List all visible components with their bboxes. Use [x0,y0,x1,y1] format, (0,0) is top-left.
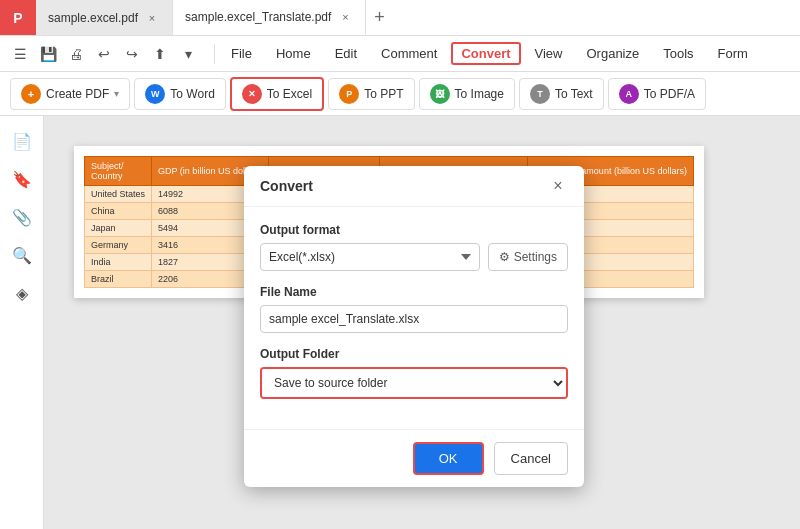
to-text-button[interactable]: T To Text [519,78,604,110]
tab-2-close[interactable]: × [337,9,353,25]
sidebar-icon-page[interactable]: 📄 [7,126,37,156]
to-ppt-icon: P [339,84,359,104]
menu-item-view[interactable]: View [525,42,573,65]
dialog-title: Convert [260,178,313,194]
output-format-select[interactable]: Excel(*.xlsx) CSV(*.csv) [260,243,480,271]
menu-icon-share[interactable]: ⬆ [148,42,172,66]
to-image-icon: 🖼 [430,84,450,104]
tab-1-close[interactable]: × [144,10,160,26]
col-header-0: Subject/Country [85,157,152,186]
file-name-label: File Name [260,285,568,299]
tabs-bar: sample.excel.pdf × sample.excel_Translat… [36,0,800,35]
menu-icon-undo[interactable]: ↩ [92,42,116,66]
toolbar: + Create PDF ▾ W To Word ✕ To Excel P To… [0,72,800,116]
to-text-label: To Text [555,87,593,101]
create-pdf-button[interactable]: + Create PDF ▾ [10,78,130,110]
to-ppt-button[interactable]: P To PPT [328,78,414,110]
dialog-footer: OK Cancel [244,429,584,487]
to-excel-button[interactable]: ✕ To Excel [230,77,324,111]
to-text-icon: T [530,84,550,104]
menu-item-home[interactable]: Home [266,42,321,65]
output-format-row: Excel(*.xlsx) CSV(*.csv) ⚙ Settings [260,243,568,271]
menu-item-tools[interactable]: Tools [653,42,703,65]
output-folder-group: Output Folder Save to source folder [260,347,568,399]
main-area: 📄 🔖 📎 🔍 ◈ Subject/Country GDP (in billio… [0,116,800,529]
cell-5-0: Brazil [85,271,152,288]
output-folder-row: Save to source folder [260,367,568,399]
to-pdfa-icon: A [619,84,639,104]
to-excel-label: To Excel [267,87,312,101]
to-pdfa-button[interactable]: A To PDF/A [608,78,706,110]
to-image-button[interactable]: 🖼 To Image [419,78,515,110]
tab-1-label: sample.excel.pdf [48,11,138,25]
menu-icons: ☰ 💾 🖨 ↩ ↪ ⬆ ▾ [8,42,200,66]
tab-2-label: sample.excel_Translate.pdf [185,10,331,24]
to-excel-icon: ✕ [242,84,262,104]
cell-3-0: Germany [85,237,152,254]
to-image-label: To Image [455,87,504,101]
output-format-group: Output format Excel(*.xlsx) CSV(*.csv) ⚙… [260,223,568,271]
create-pdf-dropdown-icon: ▾ [114,88,119,99]
menu-item-form[interactable]: Form [708,42,758,65]
cell-1-0: China [85,203,152,220]
settings-button[interactable]: ⚙ Settings [488,243,568,271]
file-name-input[interactable] [260,305,568,333]
content-area: Subject/Country GDP (in billion US dolla… [44,116,800,529]
to-word-button[interactable]: W To Word [134,78,225,110]
menu-item-edit[interactable]: Edit [325,42,367,65]
cancel-button[interactable]: Cancel [494,442,568,475]
title-bar: P sample.excel.pdf × sample.excel_Transl… [0,0,800,36]
ok-button[interactable]: OK [413,442,484,475]
menu-item-organize[interactable]: Organize [576,42,649,65]
menu-icon-save[interactable]: 💾 [36,42,60,66]
sidebar-icon-attachment[interactable]: 📎 [7,202,37,232]
settings-label: Settings [514,250,557,264]
file-name-group: File Name [260,285,568,333]
dialog-close-button[interactable]: × [548,176,568,196]
sidebar: 📄 🔖 📎 🔍 ◈ [0,116,44,529]
output-folder-select[interactable]: Save to source folder [262,369,566,397]
tab-1[interactable]: sample.excel.pdf × [36,0,173,35]
menu-item-convert[interactable]: Convert [451,42,520,65]
to-ppt-label: To PPT [364,87,403,101]
menu-icon-more[interactable]: ▾ [176,42,200,66]
output-format-label: Output format [260,223,568,237]
dialog-header: Convert × [244,166,584,207]
settings-icon: ⚙ [499,250,510,264]
cell-4-0: India [85,254,152,271]
menu-item-file[interactable]: File [221,42,262,65]
cell-2-0: Japan [85,220,152,237]
to-pdfa-label: To PDF/A [644,87,695,101]
to-word-label: To Word [170,87,214,101]
create-pdf-label: Create PDF [46,87,109,101]
create-pdf-icon: + [21,84,41,104]
dialog-body: Output format Excel(*.xlsx) CSV(*.csv) ⚙… [244,207,584,429]
menu-item-comment[interactable]: Comment [371,42,447,65]
add-tab-button[interactable]: + [366,0,393,35]
sidebar-icon-search[interactable]: 🔍 [7,240,37,270]
convert-dialog: Convert × Output format Excel(*.xlsx) CS… [244,166,584,487]
menu-icon-redo[interactable]: ↪ [120,42,144,66]
to-word-icon: W [145,84,165,104]
sidebar-icon-layers[interactable]: ◈ [7,278,37,308]
tab-2[interactable]: sample.excel_Translate.pdf × [173,0,366,35]
menu-bar: ☰ 💾 🖨 ↩ ↪ ⬆ ▾ File Home Edit Comment Con… [0,36,800,72]
app-icon: P [0,0,36,35]
output-folder-label: Output Folder [260,347,568,361]
menu-icon-print[interactable]: 🖨 [64,42,88,66]
menu-icon-page[interactable]: ☰ [8,42,32,66]
cell-0-0: United States [85,186,152,203]
menu-separator [214,44,215,64]
sidebar-icon-bookmark[interactable]: 🔖 [7,164,37,194]
